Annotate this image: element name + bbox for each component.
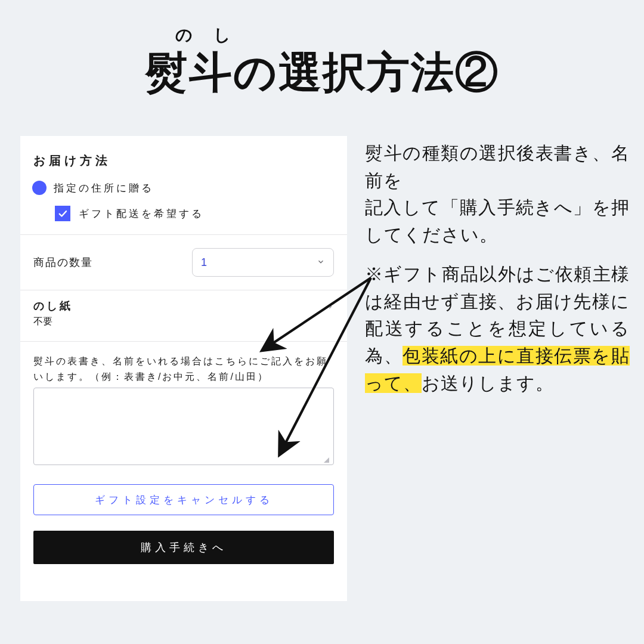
ruby-no: の	[175, 24, 193, 47]
form-screenshot-panel: お届け方法 指定の住所に贈る ギフト配送を希望する 商品の数量 1 のし紙 不要	[20, 136, 347, 601]
explain-para1: 熨斗の種類の選択後表書き、名前を	[365, 143, 630, 190]
noshi-paper-row[interactable]: のし紙 不要	[20, 290, 347, 341]
explanation-text: 熨斗の種類の選択後表書き、名前を 記入して「購入手続きへ」を押してください。 ※…	[365, 140, 630, 408]
gift-checkbox-label: ギフト配送を希望する	[79, 207, 204, 221]
explain-para1b: 記入して「購入手続きへ」を押してください。	[365, 197, 630, 244]
delivery-radio-label: 指定の住所に贈る	[54, 181, 154, 195]
noshi-value: 不要	[33, 315, 73, 328]
noshi-textarea-help: 熨斗の表書き、名前をいれる場合はこちらにご記入をお願いします。（例：表書き/お中…	[20, 341, 347, 388]
page-title: 熨斗の選択方法②	[0, 44, 644, 101]
delivery-heading: お届け方法	[20, 136, 347, 177]
resize-handle-icon[interactable]	[323, 457, 329, 463]
quantity-select[interactable]: 1	[192, 248, 334, 277]
noshi-textarea[interactable]	[33, 388, 334, 465]
quantity-row: 商品の数量 1	[20, 234, 347, 290]
proceed-button-label: 購入手続きへ	[141, 540, 227, 555]
checkbox-checked-icon	[55, 206, 70, 221]
chevron-down-icon	[317, 256, 325, 269]
proceed-button[interactable]: 購入手続きへ	[33, 531, 334, 564]
chevron-right-icon	[327, 301, 334, 314]
cancel-gift-button[interactable]: ギフト設定をキャンセルする	[33, 484, 334, 515]
title-ruby: の し	[0, 24, 644, 47]
delivery-radio-row[interactable]: 指定の住所に贈る	[20, 177, 347, 202]
explain-para2-post: お送りします。	[422, 373, 554, 393]
radio-selected-icon	[32, 181, 47, 195]
ruby-shi: し	[213, 24, 231, 47]
gift-checkbox-row[interactable]: ギフト配送を希望する	[20, 202, 347, 234]
noshi-label: のし紙	[33, 299, 73, 313]
quantity-label: 商品の数量	[33, 255, 93, 270]
cancel-gift-label: ギフト設定をキャンセルする	[95, 493, 273, 507]
quantity-value: 1	[201, 256, 207, 269]
